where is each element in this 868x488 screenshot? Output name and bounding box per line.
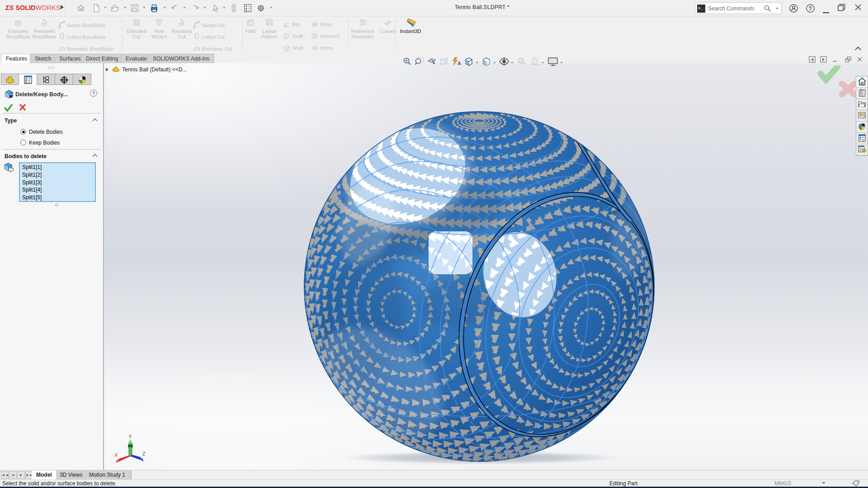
svg-text:X: X: [114, 452, 118, 458]
svg-text:Y: Y: [128, 434, 132, 439]
svg-text:Z: Z: [142, 451, 146, 456]
svg-text:A: A: [458, 61, 461, 66]
svg-text:ab: ab: [314, 23, 316, 26]
svg-text:?: ?: [809, 5, 812, 12]
